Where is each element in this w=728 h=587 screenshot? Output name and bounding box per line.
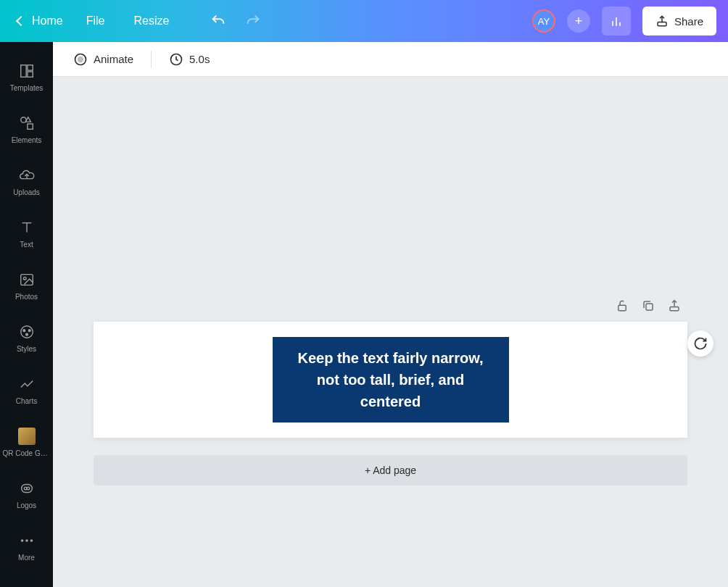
svg-rect-4 — [20, 64, 25, 77]
photos-icon — [18, 271, 36, 288]
sidebar-item-text[interactable]: Text — [0, 207, 53, 259]
user-avatar[interactable]: AY — [532, 9, 555, 33]
duplicate-button[interactable] — [641, 299, 655, 313]
text-icon — [18, 219, 36, 236]
svg-rect-8 — [27, 123, 32, 128]
regenerate-button[interactable] — [687, 330, 713, 357]
canvas-text-element[interactable]: Keep the text fairly narrow, not too tal… — [273, 337, 509, 422]
svg-rect-25 — [646, 304, 653, 310]
canvas-page[interactable]: Keep the text fairly narrow, not too tal… — [94, 322, 687, 438]
undo-icon — [210, 13, 226, 29]
app-header: Home File Resize AY + Share — [0, 0, 728, 42]
export-page-button[interactable] — [667, 299, 682, 313]
elements-icon — [18, 115, 36, 132]
svg-rect-6 — [27, 71, 32, 76]
add-page-button[interactable]: + Add page — [94, 455, 687, 486]
workspace: Animate 5.0s Keep the text f — [53, 42, 728, 587]
sidebar-item-label: Styles — [15, 345, 38, 353]
svg-point-22 — [78, 57, 83, 62]
svg-point-13 — [28, 329, 30, 331]
svg-rect-3 — [658, 22, 666, 26]
sidebar-item-label: Uploads — [12, 188, 41, 196]
svg-point-18 — [20, 539, 23, 542]
sidebar-item-photos[interactable]: Photos — [0, 259, 53, 312]
sidebar-item-logos[interactable]: Logos — [0, 468, 53, 520]
sidebar-item-templates[interactable]: Templates — [0, 51, 53, 103]
sidebar-item-label: Charts — [15, 397, 38, 405]
more-icon — [18, 532, 36, 549]
duration-button[interactable]: 5.0s — [160, 48, 218, 71]
charts-icon — [18, 375, 36, 393]
svg-point-17 — [27, 487, 30, 490]
styles-icon — [18, 323, 36, 341]
share-icon — [655, 14, 669, 28]
plus-icon: + — [575, 14, 583, 29]
add-member-button[interactable]: + — [567, 9, 590, 33]
animate-button[interactable]: Animate — [65, 48, 142, 71]
svg-point-11 — [20, 325, 33, 338]
home-label: Home — [32, 14, 63, 28]
insights-button[interactable] — [602, 7, 631, 36]
page-toolbar: Animate 5.0s — [53, 42, 728, 77]
lock-button[interactable] — [615, 299, 629, 313]
undo-button[interactable] — [204, 7, 233, 36]
redo-icon — [245, 13, 261, 29]
svg-rect-9 — [20, 274, 33, 285]
sidebar-item-elements[interactable]: Elements — [0, 103, 53, 155]
svg-point-10 — [23, 277, 26, 280]
canvas-area: Keep the text fairly narrow, not too tal… — [53, 77, 728, 587]
duplicate-icon — [642, 299, 655, 312]
duration-label: 5.0s — [189, 53, 210, 65]
sidebar-item-uploads[interactable]: Uploads — [0, 155, 53, 207]
home-button[interactable]: Home — [12, 10, 69, 32]
svg-point-12 — [22, 329, 25, 331]
resize-menu[interactable]: Resize — [122, 10, 181, 32]
toolbar-divider — [151, 51, 152, 68]
templates-icon — [18, 62, 36, 80]
logos-icon — [18, 480, 36, 497]
sidebar: Templates Elements Uploads Text Photos — [0, 42, 53, 587]
sidebar-item-styles[interactable]: Styles — [0, 312, 53, 364]
share-label: Share — [674, 15, 703, 28]
svg-point-14 — [25, 333, 28, 336]
sidebar-item-label: More — [17, 554, 36, 562]
sidebar-item-more[interactable]: More — [0, 520, 53, 573]
bar-chart-icon — [609, 14, 624, 28]
sidebar-item-charts[interactable]: Charts — [0, 364, 53, 416]
svg-rect-26 — [670, 307, 679, 311]
sidebar-item-label: Templates — [9, 84, 45, 92]
animate-icon — [73, 52, 88, 67]
file-menu[interactable]: File — [75, 10, 117, 32]
qrcode-icon — [18, 428, 36, 445]
sidebar-item-qrcode[interactable]: QR Code Gen... — [0, 416, 53, 468]
svg-rect-5 — [27, 64, 32, 70]
svg-point-20 — [30, 539, 33, 542]
redo-button[interactable] — [239, 7, 268, 36]
svg-point-19 — [25, 539, 28, 542]
svg-rect-24 — [619, 305, 626, 311]
page-controls — [94, 299, 687, 313]
clock-icon — [169, 52, 183, 67]
sidebar-item-label: Photos — [14, 293, 39, 301]
sidebar-item-label: Elements — [10, 136, 44, 144]
export-icon — [668, 299, 681, 312]
sidebar-item-label: Text — [18, 241, 34, 249]
chevron-left-icon — [16, 16, 26, 26]
share-button[interactable]: Share — [642, 7, 716, 36]
refresh-icon — [693, 336, 708, 351]
uploads-icon — [18, 167, 36, 184]
sidebar-item-label: QR Code Gen... — [1, 449, 52, 457]
sidebar-item-label: Logos — [15, 501, 38, 509]
animate-label: Animate — [94, 53, 133, 65]
unlock-icon — [616, 299, 629, 312]
